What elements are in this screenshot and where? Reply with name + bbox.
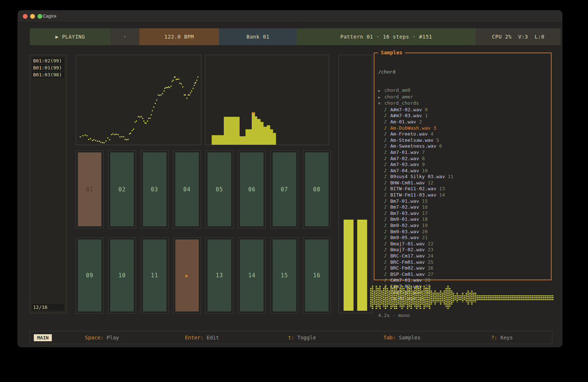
scatter-dot — [114, 134, 115, 135]
sample-file-name: Bm9-01.wav — [390, 216, 422, 222]
scatter-dot — [186, 98, 187, 99]
sample-file-item[interactable]: ♪Bm9-01.wav 18 — [378, 216, 551, 223]
sample-file-index: 15 — [422, 198, 428, 204]
pad-16[interactable]: 16 — [303, 237, 331, 314]
sample-file-index: 7 — [422, 149, 425, 155]
scatter-dot — [100, 142, 101, 143]
scatter-dot — [189, 94, 190, 96]
music-note-icon: ♪ — [384, 198, 390, 205]
sample-file-name: Am-DubWash.wav — [390, 125, 433, 131]
pad-label: 03 — [143, 152, 166, 226]
pad-07[interactable]: 07 — [270, 150, 298, 228]
scatter-dot — [178, 79, 179, 80]
sample-file-item[interactable]: ♪A#m7-02.wav 0 — [378, 107, 551, 113]
sample-file-item[interactable]: ♪BRC-Fm01.wav 25 — [378, 259, 551, 266]
pad-02[interactable]: 02 — [108, 150, 136, 228]
sample-file-item[interactable]: ♪BITW-Fm11-03.wav 14 — [378, 192, 551, 198]
chevron-down-icon: ▼ — [378, 101, 384, 107]
waveform-column — [394, 286, 395, 310]
folder-name: chord_chords — [384, 100, 419, 106]
current-path: /chord — [378, 69, 551, 75]
scatter-dot — [148, 118, 149, 119]
sample-file-item[interactable]: ♪BITW-Fm11-02.wav 13 — [378, 186, 551, 192]
waveform-column — [512, 295, 513, 300]
music-note-icon: ♪ — [384, 186, 390, 192]
scatter-dot — [179, 83, 180, 84]
waveform-column — [374, 291, 375, 305]
sample-file-item[interactable]: ♪Am-DubWash.wav 3 — [378, 125, 551, 131]
vu-meter-panel — [338, 55, 372, 313]
waveform-column — [434, 291, 436, 305]
waveform-column — [429, 286, 430, 310]
scatter-dot — [159, 95, 160, 96]
sample-file-item[interactable]: ♪Am7-04.wav 10 — [378, 168, 551, 174]
sample-file-name: Bmaj7-01.wav — [390, 241, 428, 246]
sample-file-item[interactable]: ♪Bm7-01.wav 15 — [378, 198, 551, 205]
sample-file-item[interactable]: ♪B9sus4 Silky 03.wav 11 — [378, 174, 551, 180]
sample-file-item[interactable]: ♪Bm9-02.wav 19 — [378, 223, 551, 229]
sample-file-index: 1 — [425, 113, 428, 118]
pad-01[interactable]: 01 — [76, 150, 104, 228]
samples-tree: /chord ▶chord_am9▶chord_amer▼chord_chord… — [378, 57, 551, 302]
sample-file-item[interactable]: ♪Bm7-02.wav 16 — [378, 204, 551, 210]
pad-15[interactable]: 15 — [270, 237, 298, 314]
pad-14[interactable]: 14 — [238, 237, 266, 314]
sample-file-item[interactable]: ♪Am-Steelsaw.wav 5 — [378, 137, 551, 144]
sample-file-item[interactable]: ♪BHW-Cm01.wav 12 — [378, 180, 551, 186]
pad-04[interactable]: 04 — [173, 150, 201, 228]
pad-10[interactable]: 10 — [108, 237, 136, 314]
sample-file-item[interactable]: ♪BRC-Fm02.wav 26 — [378, 265, 551, 271]
waveform-column — [451, 291, 452, 305]
voice-entry: B01:02(99) — [32, 58, 64, 64]
folder-item[interactable]: ▶chord_amer — [378, 94, 551, 101]
sample-file-item[interactable]: ♪Am-Sweetness.wav 6 — [378, 143, 551, 149]
waveform-column — [462, 293, 463, 302]
sample-file-item[interactable]: ♪Bm7-03.wav 17 — [378, 210, 551, 217]
pad-06[interactable]: 06 — [238, 150, 266, 228]
sample-file-item[interactable]: ♪Am-01.wav 2 — [378, 119, 551, 125]
scatter-dot — [190, 92, 191, 93]
sample-file-item[interactable]: ♪Bm9-05.wav 21 — [378, 235, 551, 241]
sample-file-item[interactable]: ♪Bmaj7-01.wav 22 — [378, 241, 551, 247]
sample-file-item[interactable]: ♪Bmaj7-02.wav 23 — [378, 247, 551, 253]
sample-file-item[interactable]: ♪Am7-01.wav 7 — [378, 149, 551, 156]
pad-label: 07 — [273, 152, 296, 226]
pad-09[interactable]: 09 — [76, 237, 104, 314]
music-note-icon: ♪ — [384, 113, 390, 119]
histogram-bar — [257, 119, 261, 145]
sample-file-item[interactable]: ♪A#m7-03.wav 1 — [378, 113, 551, 119]
scatter-dot — [90, 138, 91, 139]
waveform-column — [506, 295, 508, 300]
pad-13[interactable]: 13 — [205, 237, 233, 314]
pad-12[interactable]: ▶ — [173, 237, 201, 314]
minimize-window-button[interactable] — [30, 14, 35, 19]
sample-file-item[interactable]: ♪Am7-02.wav 8 — [378, 156, 551, 162]
waveform-column — [526, 295, 528, 300]
pad-label: 06 — [240, 152, 263, 226]
folder-item[interactable]: ▼chord_chords — [378, 100, 551, 107]
pad-label: 02 — [110, 152, 134, 226]
sample-file-item[interactable]: ♪Bm9-03.wav 20 — [378, 229, 551, 235]
sample-file-item[interactable]: ♪Am7-03.wav 9 — [378, 162, 551, 168]
sample-file-item[interactable]: ♪BRC-Cm17.wav 24 — [378, 253, 551, 259]
sample-file-item[interactable]: ♪C#m7-01.wav 28 — [378, 277, 551, 284]
music-note-icon: ♪ — [384, 265, 390, 271]
sample-file-name: Bm9-05.wav — [390, 235, 422, 240]
folder-item[interactable]: ▶chord_am9 — [378, 87, 551, 94]
music-note-icon: ♪ — [384, 216, 390, 223]
waveform-column — [510, 295, 511, 300]
waveform-column — [456, 293, 458, 302]
sample-file-item[interactable]: ♪Am-Freeto.wav 4 — [378, 131, 551, 137]
close-window-button[interactable] — [23, 14, 28, 19]
pad-03[interactable]: 03 — [141, 150, 169, 228]
sample-file-item[interactable]: ♪BSP-Cm01.wav 27 — [378, 271, 551, 278]
scatter-dot — [162, 93, 163, 94]
pad-11[interactable]: 11 — [141, 237, 169, 314]
waveform-column — [414, 288, 416, 307]
voice-entry: B01:01(99) — [32, 65, 64, 71]
waveform-column — [372, 286, 373, 310]
pad-05[interactable]: 05 — [205, 150, 233, 228]
zoom-window-button[interactable] — [37, 14, 42, 19]
pad-08[interactable]: 08 — [303, 150, 331, 228]
waveform-column — [431, 291, 432, 305]
